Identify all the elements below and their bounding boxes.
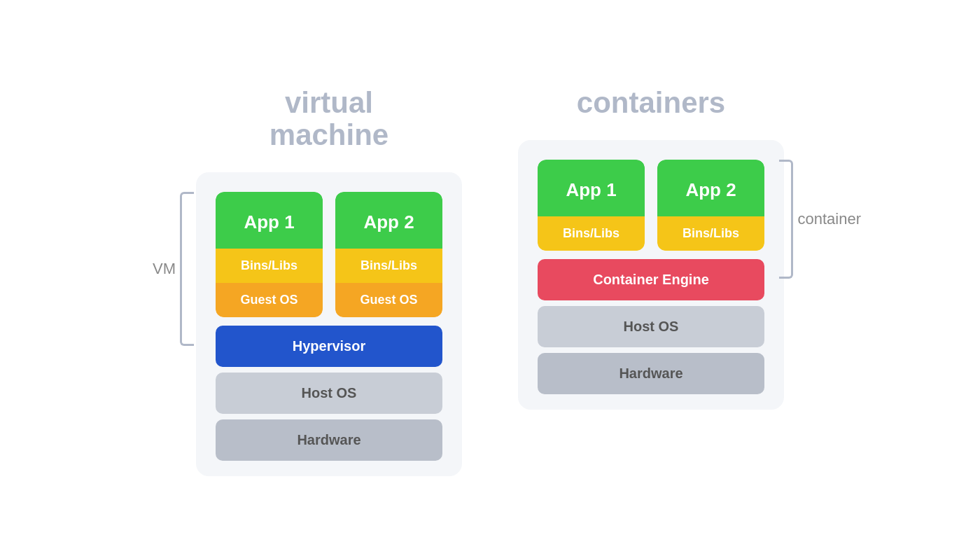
container-bracket (779, 160, 793, 279)
containers-title: containers (577, 87, 725, 119)
vm-app2-block: App 2 Bins/Libs Guest OS (335, 192, 442, 317)
containers-card: container App 1 Bins/Libs App 2 Bins/Lib… (518, 140, 784, 410)
cont-app2-block: App 2 Bins/Libs (657, 160, 764, 251)
containers-layers: Container Engine Host OS Hardware (538, 259, 764, 394)
vm-app2-name: App 2 (335, 192, 442, 249)
vm-app1-bins: Bins/Libs (216, 249, 323, 283)
vm-hardware-layer: Hardware (216, 419, 442, 461)
vm-hostos-layer: Host OS (216, 373, 442, 414)
vm-card: VM App 1 Bins/Libs Guest OS App 2 Bins/L… (196, 172, 462, 476)
diagram-wrapper: virtual machine VM App 1 Bins/Libs Guest… (168, 45, 812, 504)
vm-section: virtual machine VM App 1 Bins/Libs Guest… (196, 87, 462, 476)
cont-app2-bins: Bins/Libs (657, 216, 764, 251)
vm-app2-bins: Bins/Libs (335, 249, 442, 283)
vm-label: VM (153, 260, 176, 278)
cont-app2-name: App 2 (657, 160, 764, 216)
container-label-wrapper: container (779, 160, 861, 279)
vm-layers: Hypervisor Host OS Hardware (216, 326, 442, 461)
cont-app1-bins: Bins/Libs (538, 216, 645, 251)
cont-app1-name: App 1 (538, 160, 645, 216)
hypervisor-layer: Hypervisor (216, 326, 442, 367)
container-label: container (797, 210, 861, 228)
cont-hardware-layer: Hardware (538, 353, 764, 394)
containers-apps-row: App 1 Bins/Libs App 2 Bins/Libs (538, 160, 764, 251)
vm-app1-name: App 1 (216, 192, 323, 249)
container-engine-layer: Container Engine (538, 259, 764, 300)
vm-apps-row: App 1 Bins/Libs Guest OS App 2 Bins/Libs… (216, 192, 442, 317)
vm-app1-guestos: Guest OS (216, 283, 323, 317)
vm-title: virtual machine (270, 87, 388, 151)
cont-hostos-layer: Host OS (538, 306, 764, 347)
vm-app2-guestos: Guest OS (335, 283, 442, 317)
vm-label-wrapper: VM (153, 192, 194, 346)
cont-app1-block: App 1 Bins/Libs (538, 160, 645, 251)
containers-section: containers container App 1 Bins/Libs App… (518, 87, 784, 410)
vm-app1-block: App 1 Bins/Libs Guest OS (216, 192, 323, 317)
vm-bracket (180, 192, 194, 346)
